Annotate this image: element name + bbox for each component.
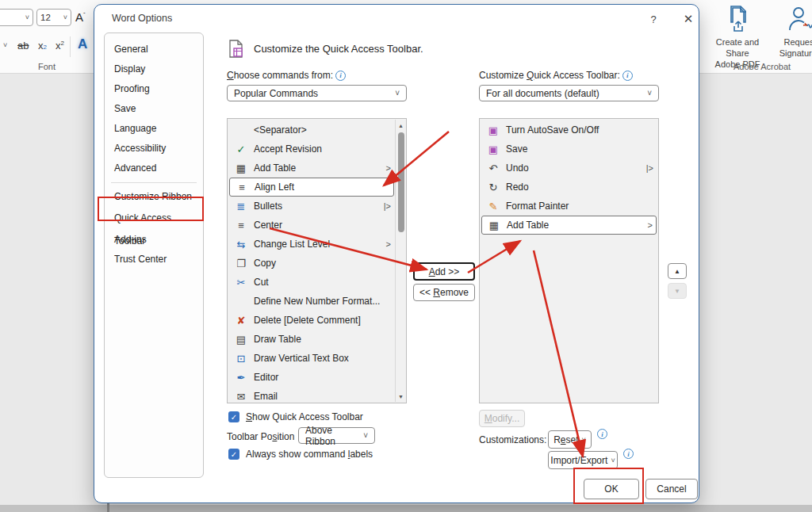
reset-button[interactable]: Reset˅: [548, 430, 592, 449]
scrollbar[interactable]: ▲ ▼: [395, 120, 405, 402]
list-item-center[interactable]: ≡Center: [229, 216, 394, 235]
move-up-button[interactable]: ▲: [668, 263, 687, 279]
chevron-down-icon: ˅: [582, 436, 586, 444]
list-item-add-table[interactable]: ▦Add Table>: [229, 159, 394, 178]
bullets-icon: ≣: [234, 201, 248, 212]
close-button[interactable]: ✕: [679, 10, 698, 29]
sidebar-item-add-ins[interactable]: Add-ins: [105, 230, 203, 250]
add-button[interactable]: Add >>: [413, 262, 475, 281]
customize-qat-icon: [228, 40, 246, 58]
sidebar-item-display[interactable]: Display: [105, 59, 203, 79]
request-signatures-button[interactable]: RequestSignatures: [771, 5, 812, 59]
subscript-icon[interactable]: x2: [38, 40, 47, 52]
list-item-add-table[interactable]: ▦Add Table>: [481, 216, 657, 235]
move-down-button[interactable]: ▼: [668, 283, 687, 299]
font-name-combo[interactable]: ˅: [0, 9, 33, 26]
annotation-box-quick-access-toolbar: [98, 197, 204, 221]
toolbar-position-dropdown[interactable]: Above Ribbon ˅: [298, 427, 375, 444]
list-item-align-left[interactable]: ≡Align Left: [229, 178, 394, 197]
strikethrough-icon[interactable]: ab: [17, 40, 29, 52]
toolbar-position-label: Toolbar Position: [227, 431, 294, 442]
always-show-labels-checkbox-row[interactable]: ✓ Always show command labels: [228, 449, 373, 460]
chevron-down-icon: ˅: [25, 13, 29, 21]
font-size-combo[interactable]: 12˅: [36, 9, 71, 26]
help-button[interactable]: ?: [645, 10, 662, 28]
center-icon: ≡: [234, 220, 248, 231]
list-item-save[interactable]: ▣Save: [481, 139, 657, 159]
sidebar-item-accessibility[interactable]: Accessibility: [105, 139, 203, 159]
item-label: Center: [254, 220, 282, 231]
sidebar-item-advanced[interactable]: Advanced: [105, 159, 203, 178]
text-effects-icon[interactable]: A: [78, 36, 87, 52]
choose-commands-dropdown[interactable]: Popular Commands ˅: [227, 85, 407, 101]
triangle-up-icon: ▲: [674, 268, 680, 275]
sidebar-item-language[interactable]: Language: [105, 119, 203, 139]
item-label: Cut: [254, 277, 269, 288]
scroll-down-icon[interactable]: ▼: [396, 391, 406, 402]
sidebar-item-general[interactable]: General: [105, 40, 203, 59]
draw-vertical-text-box-icon: ⊡: [234, 353, 248, 365]
document-bottom-edge: [0, 505, 812, 512]
item-label: Draw Vertical Text Box: [254, 353, 349, 364]
list-item-delete-delete-comment[interactable]: ✘Delete [Delete Comment]: [229, 311, 394, 330]
item-label: Email: [254, 391, 278, 402]
info-icon[interactable]: i: [597, 429, 607, 439]
page-title: Customize the Quick Access Toolbar.: [254, 43, 423, 55]
submenu-chevron-icon: >: [648, 220, 653, 230]
import-export-button[interactable]: Import/Export˅: [548, 451, 618, 469]
adobe-pdf-label: Create and Share: [716, 37, 759, 58]
customize-qat-label: Customize Quick Access Toolbar:i: [479, 70, 633, 81]
undo-icon: ↶: [486, 162, 500, 174]
superscript-icon[interactable]: x2: [56, 40, 64, 52]
align-left-icon: ≡: [235, 181, 249, 193]
list-item-email[interactable]: ✉Email: [229, 387, 394, 406]
list-item-define-new-number-format[interactable]: Define New Number Format...: [229, 292, 394, 311]
cancel-button[interactable]: Cancel: [645, 479, 698, 499]
customize-qat-dropdown[interactable]: For all documents (default) ˅: [479, 85, 659, 101]
commands-list: ▲ ▼ <Separator>✓Accept Revision▦Add Tabl…: [227, 118, 407, 403]
customize-qat-value: For all documents (default): [486, 88, 599, 99]
create-share-adobe-pdf-button[interactable]: Create and ShareAdobe PDF: [708, 5, 767, 70]
chevron-down-icon: ˅: [611, 457, 615, 464]
toolbar-position-value: Above Ribbon: [305, 425, 363, 447]
list-item-accept-revision[interactable]: ✓Accept Revision: [229, 139, 394, 159]
list-item-undo[interactable]: ↶Undo|>: [481, 159, 657, 178]
list-item-redo[interactable]: ↻Redo: [481, 178, 657, 197]
info-icon[interactable]: i: [623, 449, 634, 459]
sidebar-item-proofing[interactable]: Proofing: [105, 79, 203, 99]
options-sidebar: GeneralDisplayProofingSaveLanguageAccess…: [104, 32, 204, 478]
scroll-up-icon[interactable]: ▲: [396, 120, 406, 131]
adobe-group-label: Adobe Acrobat: [733, 62, 791, 71]
list-item-format-painter[interactable]: ✎Format Painter: [481, 197, 657, 216]
font-group-label: Font: [38, 62, 56, 71]
list-item-copy[interactable]: ❐Copy: [229, 254, 394, 273]
font-size-value: 12: [40, 13, 51, 22]
grow-font-icon[interactable]: Aˆ: [75, 10, 86, 24]
item-label: Copy: [254, 258, 276, 269]
list-item-draw-table[interactable]: ▤Draw Table: [229, 330, 394, 349]
list-item-turn-autosave-on-off[interactable]: ▣Turn AutoSave On/Off: [481, 120, 657, 139]
item-label: Accept Revision: [254, 143, 322, 155]
show-qat-checkbox-row[interactable]: ✓ Show Quick Access Toolbar: [228, 411, 363, 422]
remove-button[interactable]: << Remove: [413, 284, 475, 301]
item-label: Editor: [254, 372, 278, 383]
annotation-box-ok: [573, 468, 644, 504]
list-item-cut[interactable]: ✂Cut: [229, 273, 394, 292]
list-item-draw-vertical-text-box[interactable]: ⊡Draw Vertical Text Box: [229, 349, 394, 368]
info-icon[interactable]: i: [335, 71, 346, 81]
list-item-bullets[interactable]: ≣Bullets|>: [229, 197, 394, 216]
sidebar-item-trust-center[interactable]: Trust Center: [105, 250, 203, 269]
redo-icon: ↻: [486, 181, 500, 193]
item-label: Delete [Delete Comment]: [254, 315, 361, 326]
checkbox-checked-icon: ✓: [228, 411, 239, 422]
item-label: Define New Number Format...: [254, 296, 380, 307]
list-item-separator[interactable]: <Separator>: [229, 120, 394, 139]
list-item-change-list-level[interactable]: ⇆Change List Level>: [229, 235, 394, 254]
modify-button[interactable]: Modify...: [479, 410, 525, 427]
scrollbar-thumb[interactable]: [398, 132, 404, 232]
sidebar-item-save[interactable]: Save: [105, 99, 203, 119]
underline-chevron-icon[interactable]: ˅: [3, 41, 7, 49]
item-label: <Separator>: [254, 124, 307, 136]
list-item-editor[interactable]: ✒Editor: [229, 368, 394, 387]
info-icon[interactable]: i: [622, 71, 633, 81]
